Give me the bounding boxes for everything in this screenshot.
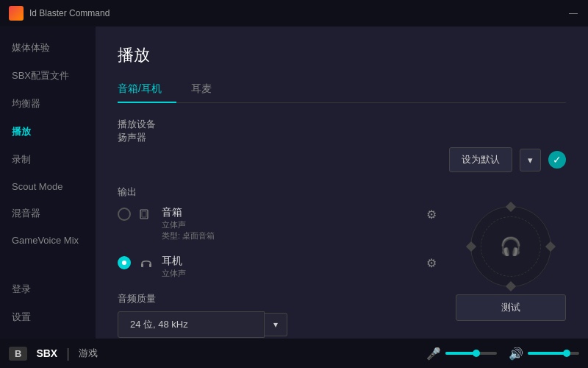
mic-icon: 🎤 bbox=[426, 347, 441, 361]
spk-volume-section: 🔊 bbox=[509, 347, 579, 361]
quality-select: 24 位, 48 kHz ▾ bbox=[118, 311, 441, 338]
sidebar: 媒体体验 SBX配置文件 均衡器 播放 录制 Scout Mode 混音器 Ga… bbox=[0, 26, 96, 339]
headphone-visualizer-circle: 🎧 bbox=[470, 206, 551, 287]
svg-rect-3 bbox=[149, 263, 151, 267]
sidebar-item-login[interactable]: 登录 bbox=[0, 275, 96, 303]
sidebar-bottom: 登录 设置 bbox=[0, 275, 96, 339]
status-badge: B bbox=[9, 347, 27, 361]
output-device-speakers: 音箱 立体声 类型: 桌面音箱 ⚙ bbox=[118, 206, 441, 241]
speaker-icon: 🔊 bbox=[509, 347, 523, 361]
diamond-right bbox=[545, 241, 556, 252]
sidebar-item-gamevoice[interactable]: GameVoice Mix bbox=[0, 227, 96, 253]
page-title: 播放 bbox=[118, 44, 566, 66]
headphone-device-info: 耳机 立体声 bbox=[162, 255, 415, 279]
statusbar: B SBX | 游戏 🎤 🔊 bbox=[0, 339, 588, 368]
statusbar-right: 🎤 🔊 bbox=[426, 347, 579, 361]
window-controls: — bbox=[567, 7, 579, 19]
output-device-list: 音箱 立体声 类型: 桌面音箱 ⚙ 耳机 立体声 bbox=[118, 206, 441, 338]
mic-volume-fill bbox=[445, 352, 476, 355]
playback-device-row: 设为默认 ▾ ✓ bbox=[118, 147, 566, 172]
headphone-device-icon bbox=[138, 255, 154, 271]
test-button[interactable]: 测试 bbox=[456, 294, 566, 321]
radio-speakers[interactable] bbox=[118, 208, 131, 221]
default-check-icon: ✓ bbox=[548, 151, 566, 169]
sidebar-item-media-exp[interactable]: 媒体体验 bbox=[0, 34, 96, 62]
playback-device-section-label: 播放设备 扬声器 bbox=[118, 118, 566, 144]
sidebar-item-mixer[interactable]: 混音器 bbox=[0, 199, 96, 227]
app-title: Id Blaster Command bbox=[29, 8, 110, 18]
sbx-label: SBX bbox=[36, 347, 57, 359]
spk-volume-knob bbox=[563, 350, 570, 357]
svg-rect-1 bbox=[142, 211, 146, 217]
mic-volume-slider[interactable] bbox=[445, 352, 497, 355]
headphone-gear-button[interactable]: ⚙ bbox=[422, 255, 441, 272]
speaker-device-icon bbox=[138, 206, 154, 222]
output-label: 输出 bbox=[118, 185, 566, 199]
app-icon bbox=[9, 6, 24, 21]
speaker-device-sub1: 立体声 bbox=[162, 219, 415, 230]
headphone-center-icon: 🎧 bbox=[500, 236, 522, 257]
diamond-bottom bbox=[506, 281, 516, 291]
status-separator: | bbox=[66, 346, 70, 361]
minimize-button[interactable]: — bbox=[567, 7, 579, 19]
sidebar-item-playback[interactable]: 播放 bbox=[0, 118, 96, 146]
set-default-button[interactable]: 设为默认 bbox=[449, 147, 512, 172]
radio-headphone[interactable] bbox=[118, 256, 131, 269]
tab-mic[interactable]: 耳麦 bbox=[191, 77, 226, 103]
headphone-device-sub1: 立体声 bbox=[162, 268, 415, 279]
mic-volume-knob bbox=[473, 350, 480, 357]
default-dropdown-button[interactable]: ▾ bbox=[520, 149, 541, 171]
tab-bar: 音箱/耳机 耳麦 bbox=[118, 77, 566, 103]
output-device-headphone: 耳机 立体声 ⚙ bbox=[118, 255, 441, 279]
speaker-gear-button[interactable]: ⚙ bbox=[422, 206, 441, 223]
spk-volume-slider[interactable] bbox=[528, 352, 579, 355]
sidebar-item-sbx-config[interactable]: SBX配置文件 bbox=[0, 62, 96, 90]
titlebar: Id Blaster Command — bbox=[0, 0, 588, 26]
spk-volume-fill bbox=[528, 352, 567, 355]
sidebar-item-settings[interactable]: 设置 bbox=[0, 303, 96, 331]
sidebar-item-equalizer[interactable]: 均衡器 bbox=[0, 90, 96, 118]
headphone-visualizer: 🎧 测试 bbox=[456, 206, 566, 338]
quality-value: 24 位, 48 kHz bbox=[118, 311, 265, 338]
quality-label: 音频质量 bbox=[118, 292, 441, 305]
svg-rect-2 bbox=[141, 263, 143, 267]
speaker-device-sub2: 类型: 桌面音箱 bbox=[162, 230, 415, 241]
quality-section: 音频质量 24 位, 48 kHz ▾ bbox=[118, 292, 441, 338]
headphone-device-name: 耳机 bbox=[162, 255, 415, 268]
quality-dropdown-button[interactable]: ▾ bbox=[265, 313, 287, 336]
status-mode: 游戏 bbox=[79, 347, 98, 360]
output-container: 音箱 立体声 类型: 桌面音箱 ⚙ 耳机 立体声 bbox=[118, 206, 566, 338]
diamond-top bbox=[506, 202, 516, 212]
mic-volume-section: 🎤 bbox=[426, 347, 497, 361]
speaker-device-info: 音箱 立体声 类型: 桌面音箱 bbox=[162, 206, 415, 241]
diamond-left bbox=[466, 241, 476, 252]
speaker-device-name: 音箱 bbox=[162, 206, 415, 219]
sidebar-item-record[interactable]: 录制 bbox=[0, 146, 96, 174]
sidebar-item-scout-mode[interactable]: Scout Mode bbox=[0, 174, 96, 199]
tab-speakers[interactable]: 音箱/耳机 bbox=[118, 77, 176, 103]
main-content: 播放 音箱/耳机 耳麦 播放设备 扬声器 设为默认 ▾ ✓ 输出 bbox=[96, 26, 588, 339]
